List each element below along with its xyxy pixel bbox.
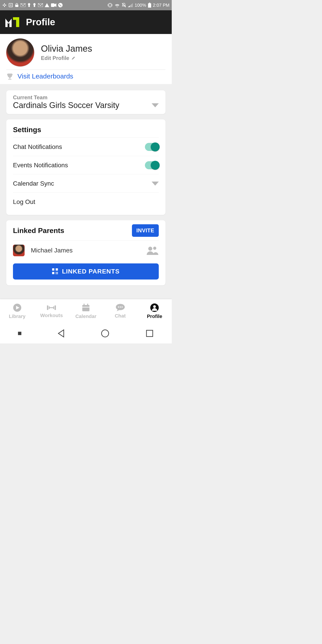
svg-rect-28 <box>52 268 54 270</box>
svg-rect-14 <box>28 5 30 7</box>
tab-label: Workouts <box>40 312 63 318</box>
svg-rect-11 <box>15 5 18 7</box>
svg-rect-20 <box>109 3 111 7</box>
people-icon <box>146 246 159 255</box>
setting-logout[interactable]: Log Out <box>13 192 159 211</box>
signal-icon <box>128 3 133 7</box>
svg-rect-24 <box>148 3 151 8</box>
svg-rect-1 <box>5 5 6 6</box>
content-area: Current Team Cardinals Girls Soccer Vars… <box>0 84 172 299</box>
tab-chat[interactable]: Chat <box>103 299 138 323</box>
svg-rect-0 <box>3 5 4 6</box>
setting-events-notifications[interactable]: Events Notifications <box>13 156 159 174</box>
svg-point-27 <box>153 247 156 250</box>
battery-percent: 100% <box>134 3 146 8</box>
tab-profile[interactable]: Profile <box>137 299 172 323</box>
warning-icon <box>45 3 49 7</box>
tab-calendar[interactable]: Calendar <box>69 299 103 323</box>
setting-label: Chat Notifications <box>13 143 62 150</box>
svg-point-46 <box>118 306 119 308</box>
svg-rect-25 <box>149 3 150 3</box>
pencil-icon <box>71 56 76 60</box>
tab-label: Profile <box>147 314 162 319</box>
profile-circle-icon <box>150 303 159 312</box>
bottom-tab-bar: Library Workouts Calendar Chat Profile <box>0 299 172 323</box>
linked-parents-button-label: LINKED PARENTS <box>62 268 120 275</box>
current-team-value: Cardinals Girls Soccer Varsity <box>13 100 119 110</box>
slack-icon <box>2 3 7 8</box>
back-button[interactable] <box>57 329 65 338</box>
linked-parents-title: Linked Parents <box>13 226 64 235</box>
user-name: Olivia James <box>41 44 92 54</box>
keyhole-icon <box>33 3 36 8</box>
android-status-bar: 100% 2:07 PM <box>0 0 172 10</box>
recent-apps-small-icon[interactable] <box>18 332 22 335</box>
chevron-down-icon <box>152 182 159 186</box>
chevron-down-icon <box>152 103 159 107</box>
tab-label: Calendar <box>75 314 96 319</box>
battery-icon <box>148 3 151 8</box>
svg-rect-41 <box>82 305 90 311</box>
svg-rect-30 <box>52 272 54 274</box>
parent-avatar <box>13 245 24 256</box>
setting-label: Calendar Sync <box>13 180 54 187</box>
svg-point-50 <box>153 305 156 308</box>
invite-button[interactable]: INVITE <box>132 224 159 237</box>
svg-rect-43 <box>87 304 88 306</box>
settings-title: Settings <box>13 126 159 134</box>
tab-workouts[interactable]: Workouts <box>34 299 69 323</box>
setting-label: Log Out <box>13 198 35 206</box>
svg-point-48 <box>122 306 122 308</box>
play-circle-icon <box>13 303 22 312</box>
avatar[interactable] <box>6 38 34 66</box>
toggle-events[interactable] <box>145 161 159 169</box>
svg-rect-31 <box>56 272 56 273</box>
svg-point-5 <box>10 4 10 5</box>
lock-icon <box>15 3 19 8</box>
edit-profile-link[interactable]: Edit Profile <box>41 55 92 61</box>
current-team-label: Current Team <box>13 94 159 100</box>
divider <box>6 70 166 70</box>
linked-parent-row[interactable]: Michael James <box>13 240 159 258</box>
svg-point-52 <box>102 330 109 337</box>
home-button[interactable] <box>100 329 110 338</box>
tab-library[interactable]: Library <box>0 299 34 323</box>
svg-rect-37 <box>54 306 56 310</box>
android-nav-bar <box>0 323 172 344</box>
gmail-icon <box>38 3 43 7</box>
qr-icon <box>52 268 58 274</box>
svg-rect-16 <box>34 5 35 7</box>
team-selector[interactable]: Current Team Cardinals Girls Soccer Vars… <box>6 90 166 114</box>
svg-rect-40 <box>50 307 53 308</box>
toggle-chat[interactable] <box>145 143 159 151</box>
linked-parents-button[interactable]: LINKED PARENTS <box>13 264 159 280</box>
tab-label: Chat <box>115 313 126 319</box>
svg-rect-18 <box>51 3 54 7</box>
svg-rect-3 <box>4 6 5 7</box>
vibrate-icon <box>107 3 113 8</box>
leaderboards-label: Visit Leaderboards <box>18 72 73 80</box>
wifi-icon <box>114 3 120 7</box>
page-title: Profile <box>26 17 55 28</box>
keyhole-icon <box>27 3 31 8</box>
recent-apps-button[interactable] <box>145 329 154 338</box>
svg-rect-38 <box>49 306 50 309</box>
chat-bubble-icon <box>116 304 125 312</box>
setting-label: Events Notifications <box>13 162 68 169</box>
svg-point-7 <box>11 4 12 5</box>
svg-rect-53 <box>146 330 153 336</box>
barbell-icon <box>46 304 57 311</box>
svg-rect-44 <box>82 307 90 308</box>
setting-calendar-sync[interactable]: Calendar Sync <box>13 174 159 192</box>
svg-point-26 <box>148 247 152 251</box>
svg-rect-33 <box>56 273 56 274</box>
video-icon <box>51 3 56 7</box>
svg-point-9 <box>10 5 11 6</box>
visit-leaderboards-link[interactable]: Visit Leaderboards <box>6 72 166 80</box>
gmail-icon <box>20 3 26 7</box>
tab-label: Library <box>9 314 26 319</box>
svg-point-47 <box>120 306 121 308</box>
setting-chat-notifications[interactable]: Chat Notifications <box>13 138 159 156</box>
linked-parents-card: Linked Parents INVITE Michael James LINK… <box>6 220 166 285</box>
calendar-grid-icon <box>8 3 13 8</box>
